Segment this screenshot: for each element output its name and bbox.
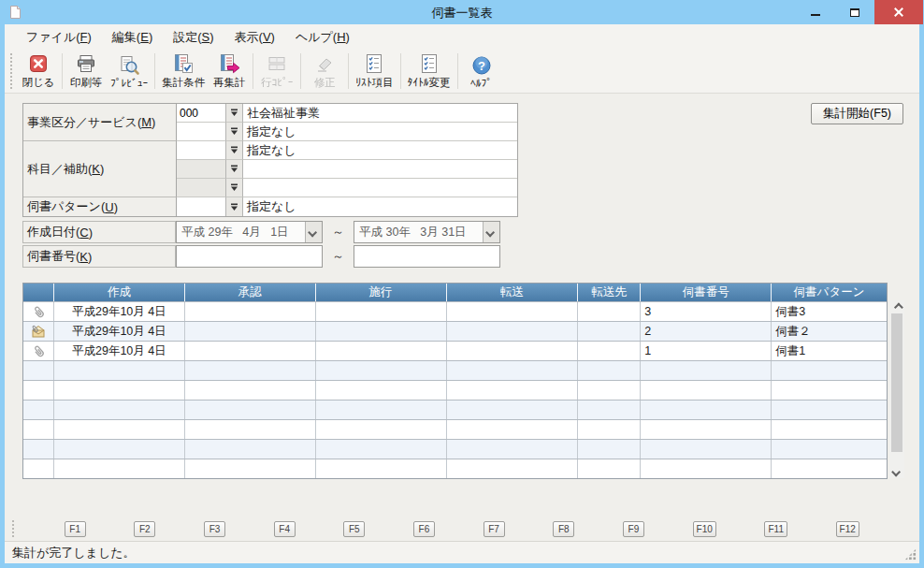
fkey-f10[interactable]: F10 [693, 521, 716, 537]
label-subject: 科目／補助(K) [23, 141, 177, 197]
recalc-toolbar-button[interactable]: 再集計 [209, 51, 250, 92]
cell-forwarded [447, 302, 579, 321]
table-row-empty[interactable] [23, 400, 887, 419]
fkey-f8[interactable]: F8 [553, 521, 574, 537]
fkey-f7[interactable]: F7 [484, 521, 505, 537]
cell-executed [316, 440, 447, 459]
preview-icon [118, 54, 140, 77]
subject-code-input[interactable] [177, 141, 226, 160]
business-code-dropdown[interactable] [226, 104, 243, 123]
cell-executed [316, 420, 447, 439]
fkey-f5[interactable]: F5 [343, 521, 365, 537]
menu-item[interactable]: 設定(S) [163, 25, 224, 50]
cell-number [641, 361, 772, 380]
cell-forward_to [578, 420, 641, 439]
fkey-f3[interactable]: F3 [204, 521, 225, 537]
toolbar-button-label: 修正 [314, 76, 336, 90]
vertical-scrollbar[interactable] [889, 300, 904, 478]
date-from-dropdown-icon[interactable] [305, 222, 322, 242]
table-row-empty[interactable] [23, 459, 887, 478]
table-row-empty[interactable] [23, 419, 887, 439]
table-row-empty[interactable] [23, 360, 887, 380]
date-to-dropdown-icon[interactable] [483, 222, 499, 242]
toolbar-separator [348, 53, 349, 89]
cell-pattern [772, 401, 887, 419]
cell-number [641, 459, 772, 478]
resize-grip[interactable] [904, 548, 917, 561]
table-row[interactable]: 平成29年10月 4日1伺書1 [23, 341, 887, 360]
number-from-input[interactable] [176, 245, 323, 268]
preview-toolbar-button[interactable]: ﾌﾟﾚﾋﾞｭｰ [107, 51, 152, 92]
column-header-executed: 施行 [316, 284, 447, 301]
number-row: 伺書番号(K) ～ [22, 245, 500, 268]
service-desc: 指定なし [243, 123, 517, 141]
conditions-icon [172, 52, 195, 75]
start-aggregation-button[interactable]: 集計開始(F5) [811, 103, 903, 124]
title-change-icon [418, 52, 440, 75]
minimize-button[interactable] [796, 0, 835, 24]
title-change-toolbar-button[interactable]: ﾀｲﾄﾙ変更 [404, 51, 455, 92]
service-code-input[interactable] [177, 123, 226, 141]
date-range-tilde: ～ [332, 224, 344, 240]
subject3-code-dropdown[interactable] [226, 179, 243, 197]
date-to-select[interactable]: 平成 30年 3月 31日 [354, 221, 500, 243]
table-row-empty[interactable] [23, 380, 887, 400]
business-code-input[interactable] [177, 104, 226, 123]
scroll-up-button[interactable] [889, 300, 904, 313]
cell-pattern: 伺書２ [772, 322, 887, 341]
help-toolbar-button[interactable]: ?ﾍﾙﾌﾟ [461, 51, 502, 92]
pattern-code-dropdown[interactable] [226, 197, 243, 216]
cell-forwarded [447, 361, 579, 380]
table-row[interactable]: 平成29年10月 4日2伺書２ [23, 321, 887, 341]
menu-item[interactable]: 表示(V) [224, 25, 285, 50]
fkeybar-grip[interactable] [12, 520, 16, 537]
cell-pattern [772, 361, 887, 380]
service-code-dropdown[interactable] [226, 123, 243, 141]
cell-created [54, 401, 185, 419]
subject-desc: 指定なし [243, 141, 517, 160]
printer-toolbar-button[interactable]: 印刷等 [65, 51, 107, 92]
cell-approved [185, 401, 316, 419]
cell-forwarded [447, 342, 579, 360]
cell-icon-empty [23, 401, 54, 419]
date-from-select[interactable]: 平成 29年 4月 1日 [176, 221, 323, 243]
app-window: 伺書一覧表 ファイル(F)編集(E)設定(S)表示(V)ヘルプ(H) 閉じる印刷… [0, 0, 924, 568]
fkey-f6[interactable]: F6 [413, 521, 435, 537]
label-pattern: 伺書パターン(U) [23, 197, 177, 216]
table-row-empty[interactable] [23, 439, 887, 459]
close-button[interactable] [874, 0, 923, 24]
row-copy-icon [266, 52, 288, 75]
menu-item[interactable]: ファイル(F) [16, 25, 102, 50]
edit-icon [313, 52, 336, 75]
edit-toolbar-button[interactable]: 修正 [304, 51, 345, 92]
pattern-code-input[interactable] [177, 197, 226, 216]
cell-forward_to [578, 401, 641, 419]
menu-item[interactable]: ヘルプ(H) [285, 25, 360, 50]
number-to-input[interactable] [354, 245, 500, 268]
cell-executed [316, 342, 447, 360]
table-row[interactable]: 平成29年10月 4日3伺書3 [23, 301, 887, 321]
fkey-f4[interactable]: F4 [274, 521, 296, 537]
fkey-f1[interactable]: F1 [65, 521, 86, 537]
cell-number [641, 401, 772, 419]
toolbar-grip[interactable] [10, 53, 14, 89]
minimize-icon [811, 14, 820, 16]
chevron-up-icon [893, 302, 902, 312]
conditions-toolbar-button[interactable]: 集計条件 [158, 51, 209, 92]
row-copy-toolbar-button[interactable]: 行ｺﾋﾟｰ [256, 51, 297, 92]
fkey-f12[interactable]: F12 [836, 521, 859, 537]
toolbar-separator [253, 53, 253, 89]
fkey-f9[interactable]: F9 [623, 521, 644, 537]
fkey-f11[interactable]: F11 [764, 521, 787, 537]
subject-code-dropdown[interactable] [226, 141, 243, 160]
close-toolbar-button[interactable]: 閉じる [18, 51, 59, 92]
scroll-down-button[interactable] [889, 465, 904, 478]
cell-number [641, 440, 772, 459]
maximize-button[interactable] [835, 0, 874, 24]
cell-forwarded [447, 440, 579, 459]
list-items-toolbar-button[interactable]: ﾘｽﾄ項目 [352, 51, 397, 92]
subject2-code-dropdown[interactable] [226, 160, 243, 179]
fkey-f2[interactable]: F2 [134, 521, 155, 537]
vertical-scroll-thumb[interactable] [891, 313, 902, 452]
menu-item[interactable]: 編集(E) [102, 25, 163, 50]
